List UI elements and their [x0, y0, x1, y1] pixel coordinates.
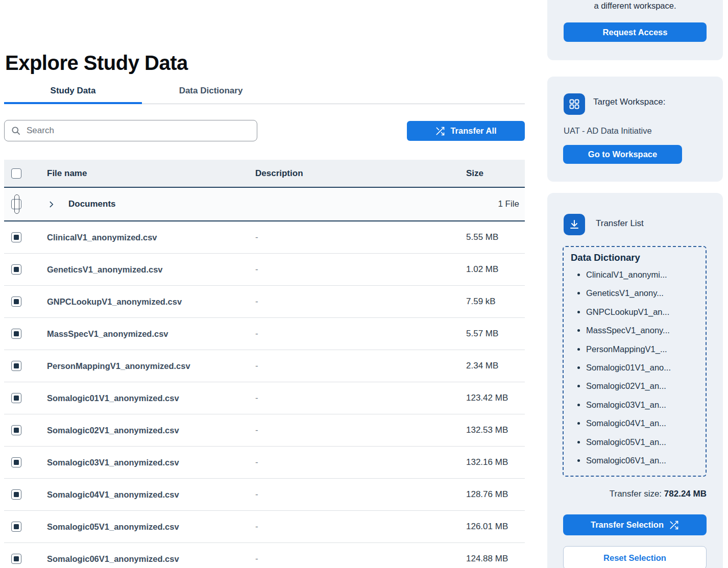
- file-name: PersonMappingV1_anonymized.csv: [43, 361, 251, 371]
- download-icon: [564, 214, 585, 235]
- transfer-size: Transfer size: 782.24 MB: [610, 489, 707, 499]
- row-checkbox[interactable]: [11, 393, 21, 403]
- transfer-selection-label: Transfer Selection: [591, 520, 664, 530]
- file-description: -: [251, 329, 462, 339]
- file-description: -: [251, 393, 462, 403]
- row-checkbox[interactable]: [11, 554, 21, 564]
- select-all-checkbox[interactable]: [11, 168, 21, 179]
- tab-data-dictionary[interactable]: Data Dictionary: [142, 81, 280, 104]
- table-row[interactable]: Somalogic06V1_anonymized.csv - 124.88 MB: [4, 543, 525, 568]
- table-row[interactable]: MassSpecV1_anonymized.csv - 5.57 MB: [4, 318, 525, 350]
- file-size: 5.57 MB: [462, 329, 525, 339]
- file-name: GeneticsV1_anonymized.csv: [43, 265, 251, 275]
- file-name: MassSpecV1_anonymized.csv: [43, 329, 251, 339]
- target-workspace-label: Target Workspace:: [593, 97, 665, 107]
- transfer-item-list: ClinicalV1_anonymi... GeneticsV1_anony..…: [570, 265, 700, 470]
- workspace-icon: [564, 93, 585, 115]
- file-description: -: [251, 232, 462, 242]
- request-access-button[interactable]: Request Access: [564, 22, 707, 42]
- search-box[interactable]: [4, 120, 257, 141]
- folder-name: Documents: [68, 199, 116, 209]
- column-header-description: Description: [251, 168, 462, 179]
- file-size: 7.59 kB: [462, 297, 525, 307]
- reset-selection-button[interactable]: Reset Selection: [563, 546, 707, 568]
- row-checkbox[interactable]: [11, 329, 21, 339]
- table-row[interactable]: GNPCLookupV1_anonymized.csv - 7.59 kB: [4, 286, 525, 318]
- row-checkbox[interactable]: [11, 297, 21, 307]
- file-size: 5.55 MB: [462, 232, 525, 242]
- file-name: Somalogic01V1_anonymized.csv: [43, 393, 251, 403]
- transfer-list-item: GeneticsV1_anony...: [586, 284, 700, 302]
- row-checkbox[interactable]: [11, 457, 21, 467]
- file-size: 128.76 MB: [462, 489, 525, 500]
- file-description: -: [251, 554, 462, 564]
- transfer-list-item: PersonMappingV1_...: [586, 340, 700, 358]
- page-title: Explore Study Data: [5, 52, 188, 75]
- transfer-list-panel: Transfer List Data Dictionary ClinicalV1…: [547, 193, 723, 568]
- file-description: -: [251, 457, 462, 467]
- file-name: Somalogic06V1_anonymized.csv: [43, 554, 251, 564]
- transfer-list-item: MassSpecV1_anony...: [586, 321, 700, 339]
- table-row[interactable]: Somalogic04V1_anonymized.csv - 128.76 MB: [4, 479, 525, 511]
- file-description: -: [251, 264, 462, 275]
- transfer-list-item: Somalogic03V1_an...: [586, 396, 700, 414]
- transfer-list-item: Somalogic05V1_an...: [586, 433, 700, 451]
- shuffle-icon: [435, 126, 445, 136]
- file-description: -: [251, 522, 462, 532]
- column-header-size: Size: [462, 168, 525, 179]
- file-size: 2.34 MB: [462, 361, 525, 371]
- file-name: Somalogic05V1_anonymized.csv: [43, 522, 251, 532]
- file-size: 132.16 MB: [462, 457, 525, 467]
- table-row[interactable]: Somalogic02V1_anonymized.csv - 132.53 MB: [4, 414, 525, 447]
- transfer-list-group: Data Dictionary ClinicalV1_anonymi... Ge…: [563, 246, 707, 477]
- folder-checkbox[interactable]: [11, 199, 21, 209]
- file-description: -: [251, 425, 462, 435]
- tab-study-data[interactable]: Study Data: [4, 81, 142, 104]
- transfer-list-item: Somalogic06V1_an...: [586, 451, 700, 470]
- access-panel-text: a different workspace.: [547, 1, 723, 11]
- target-workspace-panel: Target Workspace: UAT - AD Data Initiati…: [547, 77, 723, 182]
- file-name: Somalogic02V1_anonymized.csv: [43, 426, 251, 435]
- transfer-list-item: ClinicalV1_anonymi...: [586, 265, 700, 284]
- shuffle-icon: [669, 520, 679, 530]
- row-checkbox[interactable]: [11, 489, 21, 500]
- row-checkbox[interactable]: [11, 522, 21, 532]
- file-name: GNPCLookupV1_anonymized.csv: [43, 297, 251, 307]
- transfer-list-item: GNPCLookupV1_an...: [586, 303, 700, 321]
- file-size: 123.42 MB: [462, 393, 525, 403]
- file-name: ClinicalV1_anonymized.csv: [43, 233, 251, 242]
- transfer-size-label: Transfer size:: [610, 489, 662, 499]
- transfer-selection-button[interactable]: Transfer Selection: [563, 514, 707, 535]
- file-description: -: [251, 297, 462, 307]
- search-input[interactable]: [26, 125, 251, 136]
- row-checkbox[interactable]: [11, 232, 21, 242]
- row-checkbox[interactable]: [11, 361, 21, 371]
- file-size: 126.01 MB: [462, 522, 525, 532]
- row-checkbox[interactable]: [11, 264, 21, 275]
- search-icon: [11, 126, 21, 136]
- file-size: 124.88 MB: [462, 554, 525, 564]
- access-panel: a different workspace. Request Access: [547, 0, 723, 60]
- file-table: File name Description Size Documents 1 F…: [4, 160, 525, 568]
- folder-row-documents[interactable]: Documents 1 File: [4, 188, 525, 221]
- file-description: -: [251, 489, 462, 500]
- table-row[interactable]: Somalogic03V1_anonymized.csv - 132.16 MB: [4, 447, 525, 479]
- workspace-name: UAT - AD Data Initiative: [564, 126, 652, 136]
- chevron-right-icon[interactable]: [47, 200, 56, 209]
- transfer-all-label: Transfer All: [450, 126, 496, 136]
- tab-bar: Study Data Data Dictionary: [4, 81, 525, 104]
- table-row[interactable]: Somalogic05V1_anonymized.csv - 126.01 MB: [4, 511, 525, 543]
- file-size: 132.53 MB: [462, 425, 525, 435]
- file-description: -: [251, 361, 462, 371]
- transfer-list-item: Somalogic04V1_an...: [586, 414, 700, 432]
- table-row[interactable]: ClinicalV1_anonymized.csv - 5.55 MB: [4, 221, 525, 254]
- table-row[interactable]: Somalogic01V1_anonymized.csv - 123.42 MB: [4, 382, 525, 414]
- go-to-workspace-button[interactable]: Go to Workspace: [563, 145, 682, 164]
- table-row[interactable]: PersonMappingV1_anonymized.csv - 2.34 MB: [4, 350, 525, 382]
- table-row[interactable]: GeneticsV1_anonymized.csv - 1.02 MB: [4, 254, 525, 286]
- row-checkbox[interactable]: [11, 425, 21, 435]
- transfer-list-title: Transfer List: [596, 218, 644, 229]
- file-size: 1.02 MB: [462, 264, 525, 275]
- transfer-all-button[interactable]: Transfer All: [407, 121, 525, 141]
- column-header-file-name: File name: [43, 168, 251, 179]
